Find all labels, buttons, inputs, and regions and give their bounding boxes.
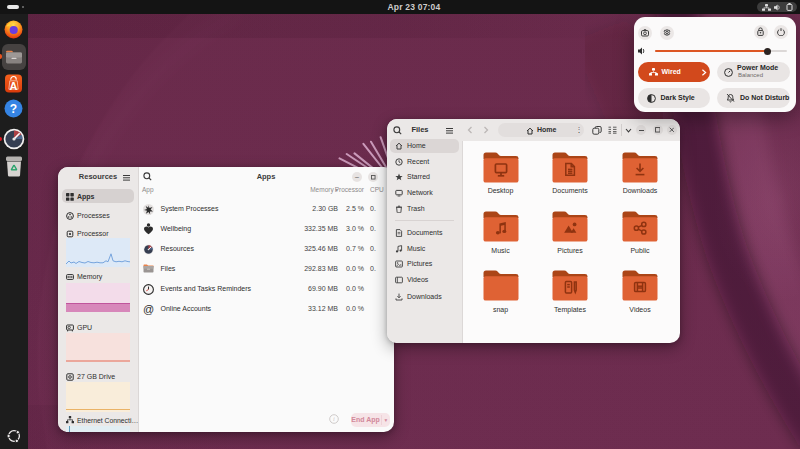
- svg-text:A: A: [10, 80, 18, 92]
- svg-text:@: @: [143, 304, 154, 315]
- svg-text:?: ?: [10, 102, 17, 116]
- svg-text:i: i: [333, 415, 335, 422]
